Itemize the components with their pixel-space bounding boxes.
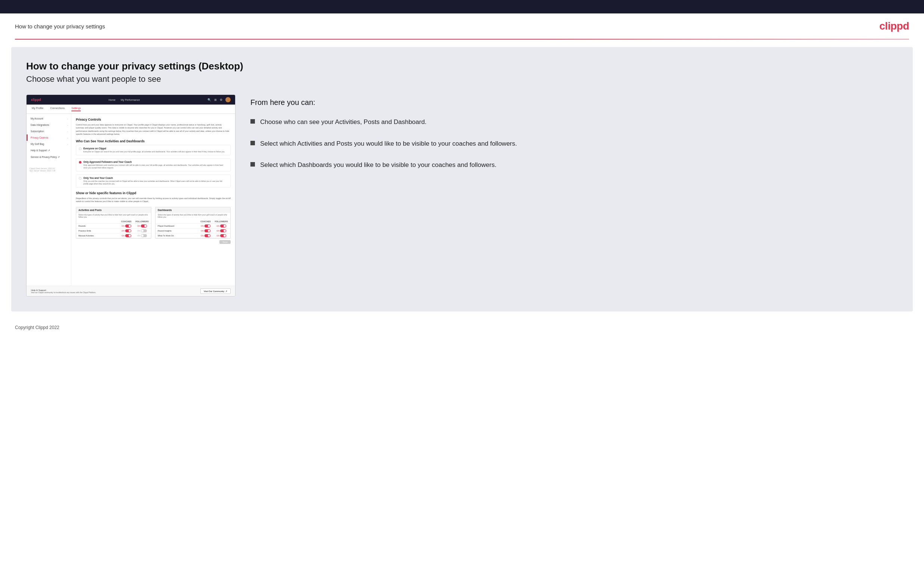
toggle-row-what-to-work-on: What To Work On ON ON bbox=[155, 234, 230, 238]
toggle-row-round-insights: Round Insights ON ON bbox=[155, 229, 230, 234]
radio-followers-coach[interactable]: Only Approved Followers and Your Coach O… bbox=[76, 158, 231, 171]
what-to-work-on-toggles: ON ON bbox=[199, 234, 228, 237]
sidebar-item-service-privacy[interactable]: Service & Privacy Policy ↗ bbox=[27, 154, 71, 161]
sidebar-item-help-support[interactable]: Help & Support ↗ bbox=[27, 147, 71, 154]
radio-followers-coach-content: Only Approved Followers and Your Coach O… bbox=[83, 161, 228, 169]
radio-followers-coach-label: Only Approved Followers and Your Coach bbox=[83, 161, 228, 163]
round-insights-coaches-toggle[interactable]: ON bbox=[199, 229, 212, 232]
tab-settings[interactable]: Settings bbox=[71, 107, 81, 111]
page-title: How to change your privacy settings (Des… bbox=[26, 61, 898, 72]
radio-followers-coach-desc: Only approved followers and coaches you … bbox=[83, 164, 228, 169]
sidebar-version: Clippd Client Version: 2022.8.2SQL Serve… bbox=[27, 164, 71, 175]
save-button[interactable]: Save bbox=[220, 240, 231, 244]
radio-everyone[interactable]: Everyone on Clippd Everyone on Clippd ca… bbox=[76, 145, 231, 155]
rounds-followers-toggle[interactable]: ON bbox=[135, 224, 149, 227]
radio-only-you-coach-content: Only You and Your Coach Only you and the… bbox=[83, 177, 228, 185]
grid-icon[interactable]: ⊞ bbox=[214, 98, 217, 102]
privacy-controls-desc: Control how you and your data appears to… bbox=[76, 123, 231, 135]
toggle-tables: Activities and Posts Select the types of… bbox=[76, 207, 231, 239]
main-content: How to change your privacy settings (Des… bbox=[11, 47, 913, 311]
player-dashboard-followers-toggle[interactable]: ON bbox=[215, 224, 228, 227]
app-main-panel: Privacy Controls Control how you and you… bbox=[71, 114, 235, 286]
radio-only-you-coach-desc: Only you and the coaches you connect wit… bbox=[83, 180, 228, 185]
radio-only-you-coach[interactable]: Only You and Your Coach Only you and the… bbox=[76, 174, 231, 187]
external-link-icon: ↗ bbox=[225, 290, 227, 292]
activities-col-headers: COACHES FOLLOWERS bbox=[76, 219, 151, 224]
app-body: My Account› Data Integrations› Subscript… bbox=[27, 114, 235, 286]
radio-dot-followers-coach bbox=[79, 161, 81, 164]
logo: clippd bbox=[880, 20, 909, 32]
sidebar-item-subscription[interactable]: Subscription› bbox=[27, 128, 71, 134]
copyright-text: Copyright Clippd 2022 bbox=[15, 325, 60, 330]
search-icon[interactable]: 🔍 bbox=[207, 98, 211, 102]
bullet-square-3 bbox=[250, 162, 255, 166]
player-dashboard-coaches-toggle[interactable]: ON bbox=[199, 224, 212, 227]
visit-community-button[interactable]: Visit Our Community ↗ bbox=[200, 288, 231, 294]
dashboards-coaches-col: COACHES bbox=[199, 220, 212, 222]
bullet-item-2: Select which Activities and Posts you wo… bbox=[250, 139, 898, 148]
feature-section-title: Show or hide specific features in Clippd bbox=[76, 191, 231, 195]
player-dashboard-label: Player Dashboard bbox=[158, 225, 199, 227]
bullet-text-3: Select which Dashboards you would like t… bbox=[260, 160, 496, 170]
what-to-work-on-followers-toggle[interactable]: ON bbox=[215, 234, 228, 237]
tab-my-profile[interactable]: My Profile bbox=[32, 107, 44, 111]
rounds-coaches-toggle[interactable]: ON bbox=[120, 224, 133, 227]
bullet-item-1: Choose who can see your Activities, Post… bbox=[250, 117, 898, 127]
help-text-container: Help & Support Visit our Clippd communit… bbox=[31, 289, 96, 293]
sidebar-item-data-integrations[interactable]: Data Integrations› bbox=[27, 122, 71, 128]
dashboards-table-subheader: Select the types of activity that you'd … bbox=[155, 213, 230, 219]
settings-icon[interactable]: ⚙ bbox=[220, 98, 222, 102]
sidebar-item-privacy-controls[interactable]: Privacy Controls› bbox=[27, 134, 71, 141]
top-bar bbox=[0, 0, 924, 13]
manual-activities-label: Manual Activities bbox=[79, 235, 120, 237]
header-divider bbox=[15, 39, 909, 40]
header-title: How to change your privacy settings bbox=[15, 23, 105, 29]
help-section-desc: Visit our Clippd community to troublesho… bbox=[31, 291, 96, 293]
practice-followers-toggle[interactable]: ON bbox=[135, 229, 149, 232]
what-to-work-on-coaches-toggle[interactable]: ON bbox=[199, 234, 212, 237]
toggle-row-rounds: Rounds ON ON bbox=[76, 224, 151, 229]
toggle-row-practice: Practice Drills ON ON bbox=[76, 229, 151, 234]
bullet-square-1 bbox=[250, 119, 255, 124]
round-insights-toggles: ON ON bbox=[199, 229, 228, 232]
practice-toggles: ON ON bbox=[120, 229, 149, 232]
activities-table: Activities and Posts Select the types of… bbox=[76, 207, 151, 239]
activities-table-header: Activities and Posts bbox=[76, 207, 151, 213]
radio-everyone-content: Everyone on Clippd Everyone on Clippd ca… bbox=[83, 147, 225, 153]
page-subtitle: Choose what you want people to see bbox=[26, 74, 898, 84]
tab-connections[interactable]: Connections bbox=[50, 107, 65, 111]
content-row: clippd Home My Performance 🔍 ⊞ ⚙ My Prof… bbox=[26, 95, 898, 297]
coaches-col-header: COACHES bbox=[120, 220, 133, 222]
manual-followers-toggle[interactable]: ON bbox=[135, 234, 149, 237]
dashboards-col-headers: COACHES FOLLOWERS bbox=[155, 219, 230, 224]
radio-dot-only-you-coach bbox=[79, 177, 81, 180]
sidebar-item-my-account[interactable]: My Account› bbox=[27, 115, 71, 122]
screenshot-container: clippd Home My Performance 🔍 ⊞ ⚙ My Prof… bbox=[26, 95, 236, 297]
app-mockup: clippd Home My Performance 🔍 ⊞ ⚙ My Prof… bbox=[26, 95, 236, 297]
practice-drills-label: Practice Drills bbox=[79, 230, 120, 232]
app-logo: clippd bbox=[31, 98, 41, 102]
radio-group: Everyone on Clippd Everyone on Clippd ca… bbox=[76, 145, 231, 187]
toggle-row-player-dashboard: Player Dashboard ON ON bbox=[155, 224, 230, 229]
user-avatar[interactable] bbox=[225, 97, 231, 102]
practice-coaches-toggle[interactable]: ON bbox=[120, 229, 133, 232]
dashboards-table: Dashboards Select the types of activity … bbox=[155, 207, 231, 239]
dashboards-table-header: Dashboards bbox=[155, 207, 230, 213]
bullets-title: From here you can: bbox=[250, 98, 898, 107]
nav-home[interactable]: Home bbox=[108, 98, 115, 101]
app-sidebar: My Account› Data Integrations› Subscript… bbox=[27, 114, 71, 286]
dashboards-followers-col: FOLLOWERS bbox=[215, 220, 228, 222]
visibility-section-title: Who Can See Your Activities and Dashboar… bbox=[76, 139, 231, 143]
radio-everyone-label: Everyone on Clippd bbox=[83, 147, 225, 150]
radio-dot-everyone bbox=[79, 148, 81, 150]
bullets-container: From here you can: Choose who can see yo… bbox=[250, 95, 898, 182]
nav-my-performance[interactable]: My Performance bbox=[121, 98, 140, 101]
toggle-row-manual: Manual Activities ON ON bbox=[76, 234, 151, 238]
round-insights-followers-toggle[interactable]: ON bbox=[215, 229, 228, 232]
app-subnav: My Profile Connections Settings bbox=[27, 105, 235, 114]
manual-coaches-toggle[interactable]: ON bbox=[120, 234, 133, 237]
what-to-work-on-label: What To Work On bbox=[158, 235, 199, 237]
save-row: Save bbox=[76, 239, 231, 245]
radio-everyone-desc: Everyone on Clippd can search for you an… bbox=[83, 150, 225, 153]
sidebar-item-my-golf-bag[interactable]: My Golf Bag› bbox=[27, 141, 71, 147]
